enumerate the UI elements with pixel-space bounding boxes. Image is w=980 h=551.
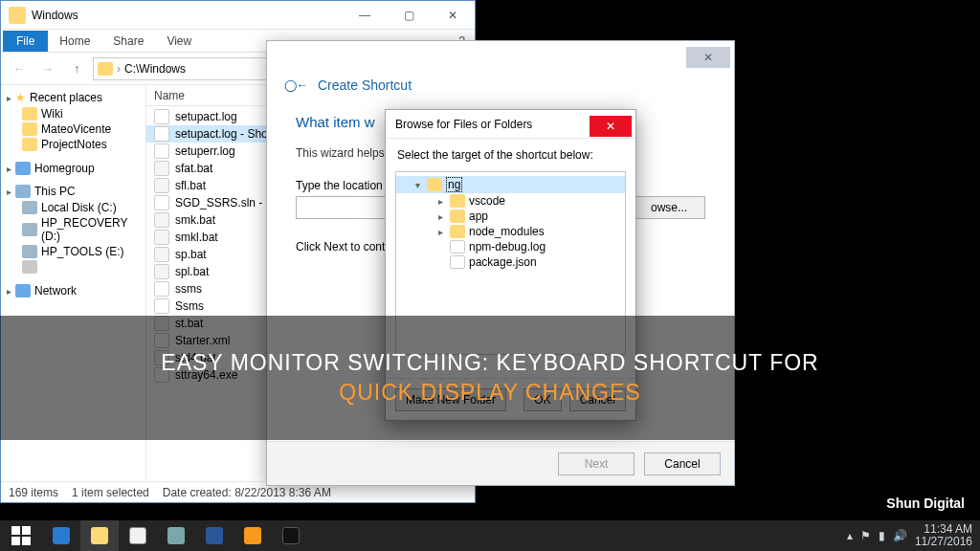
browse-titlebar[interactable]: Browse for Files or Folders ✕	[386, 110, 635, 139]
file-name: sp.bat	[175, 248, 207, 261]
taskbar-explorer[interactable]	[80, 520, 119, 551]
svg-rect-3	[22, 537, 31, 545]
file-name: spl.bat	[175, 265, 209, 278]
file-icon	[154, 264, 169, 279]
folder-icon	[450, 209, 465, 223]
taskbar-chrome[interactable]	[119, 520, 157, 551]
status-selected: 1 item selected	[72, 486, 149, 499]
tray-flag-icon[interactable]: ⚑	[860, 529, 871, 542]
tray-network-icon[interactable]: ▮	[879, 529, 885, 542]
file-icon	[154, 281, 169, 297]
tray-date[interactable]: 11/27/2016	[915, 536, 972, 548]
start-button[interactable]	[0, 520, 42, 551]
navpane-dvd[interactable]	[7, 259, 144, 275]
console-icon	[282, 527, 300, 544]
file-icon	[154, 178, 169, 193]
tree-item[interactable]: ▸node_modules	[396, 224, 625, 239]
browse-subtitle: Select the target of the shortcut below:	[386, 139, 635, 167]
nav-back-button[interactable]: ←	[7, 56, 32, 81]
network-icon	[15, 284, 31, 298]
taskbar-ie[interactable]	[42, 520, 80, 551]
tree-item[interactable]: ▸vscode	[396, 193, 625, 209]
navpane-drive[interactable]: Local Disk (C:)	[7, 200, 144, 215]
headline-line1: EASY MONITOR SWITCHING: KEYBOARD SHORTCU…	[161, 350, 818, 376]
tree-item[interactable]: package.json	[396, 254, 625, 270]
file-name: sfl.bat	[175, 179, 206, 192]
navpane-drive[interactable]: HP_TOOLS (E:)	[7, 244, 144, 259]
file-name: setuperr.log	[175, 144, 235, 158]
this-pc-head[interactable]: ▸This PC	[7, 185, 144, 198]
next-button[interactable]: Next	[558, 452, 635, 475]
file-icon	[154, 109, 169, 124]
dvd-icon	[22, 260, 37, 274]
tray-chevron-up-icon[interactable]: ▴	[847, 529, 853, 542]
explorer-titlebar[interactable]: Windows — ▢ ✕	[1, 1, 475, 30]
chevron-right-icon: ›	[117, 62, 121, 76]
homegroup-head[interactable]: ▸Homegroup	[7, 162, 144, 175]
navpane-item[interactable]: Wiki	[7, 106, 144, 121]
file-icon	[154, 143, 169, 159]
file-icon	[154, 126, 169, 142]
cancel-button[interactable]: Cancel	[644, 452, 721, 475]
pc-icon	[15, 185, 31, 198]
file-icon	[154, 161, 169, 176]
file-name: smkl.bat	[175, 231, 218, 244]
tree-item[interactable]: ▾ ng	[396, 176, 625, 193]
folder-icon	[98, 62, 113, 76]
close-button[interactable]: ✕	[590, 116, 632, 137]
close-button[interactable]: ✕	[686, 47, 730, 68]
recent-places-head[interactable]: ▸★ Recent places	[7, 91, 144, 104]
wizard-titlebar[interactable]: ✕	[267, 41, 734, 70]
taskbar-cmd[interactable]	[272, 520, 310, 551]
headline-line2: QUICK DISPLAY CHANGES	[339, 380, 640, 406]
system-tray[interactable]: ▴ ⚑ ▮ 🔊 11:34 AM 11/27/2016	[839, 523, 980, 547]
ribbon-tab-home[interactable]: Home	[48, 31, 101, 52]
tray-volume-icon[interactable]: 🔊	[893, 529, 907, 542]
ie-icon	[53, 527, 70, 544]
ribbon-tab-view[interactable]: View	[155, 31, 203, 52]
folder-icon	[9, 7, 26, 24]
navpane-item[interactable]: MateoVicente	[7, 121, 144, 137]
nav-forward-button[interactable]: →	[35, 56, 60, 81]
app-icon	[167, 527, 185, 544]
minimize-button[interactable]: —	[343, 1, 387, 29]
svg-rect-0	[11, 526, 20, 535]
status-date: Date created: 8/22/2013 8:36 AM	[163, 486, 331, 499]
taskbar-snagit[interactable]	[234, 520, 272, 551]
folder-icon	[427, 178, 442, 191]
nav-up-button[interactable]: ↑	[64, 56, 89, 81]
taskbar-word[interactable]	[195, 520, 234, 551]
star-icon: ★	[15, 91, 26, 104]
navpane-item[interactable]: ProjectNotes	[7, 137, 144, 152]
ribbon-file[interactable]: File	[3, 31, 48, 52]
snagit-icon	[244, 527, 261, 544]
network-head[interactable]: ▸Network	[7, 284, 144, 298]
svg-rect-1	[22, 526, 31, 535]
taskbar-app[interactable]	[157, 520, 195, 551]
chrome-icon	[129, 527, 146, 544]
file-icon	[154, 195, 169, 210]
file-icon	[154, 298, 169, 314]
chevron-down-icon[interactable]: ▾	[412, 180, 423, 190]
file-name: setupact.log	[175, 110, 237, 123]
tree-item[interactable]: ▸app	[396, 209, 625, 224]
file-name: sfat.bat	[175, 162, 212, 175]
tree-item[interactable]: npm-debug.log	[396, 239, 625, 254]
folder-icon	[91, 527, 108, 544]
folder-icon	[450, 194, 465, 208]
word-icon	[206, 527, 223, 544]
maximize-button[interactable]: ▢	[387, 1, 431, 29]
navpane-drive[interactable]: HP_RECOVERY (D:)	[7, 215, 144, 244]
back-icon[interactable]: ◯←	[284, 78, 308, 92]
file-name: ssms	[175, 282, 202, 296]
file-icon	[154, 212, 169, 228]
close-button[interactable]: ✕	[431, 1, 475, 29]
headline-overlay: EASY MONITOR SWITCHING: KEYBOARD SHORTCU…	[0, 316, 980, 440]
ribbon-tab-share[interactable]: Share	[101, 31, 155, 52]
browse-button[interactable]: owse...	[633, 196, 705, 219]
window-title: Windows	[32, 9, 343, 22]
file-icon	[450, 240, 465, 253]
address-path: C:\Windows	[124, 62, 186, 76]
wizard-title: Create Shortcut	[318, 77, 412, 93]
file-name: Ssms	[175, 299, 204, 313]
